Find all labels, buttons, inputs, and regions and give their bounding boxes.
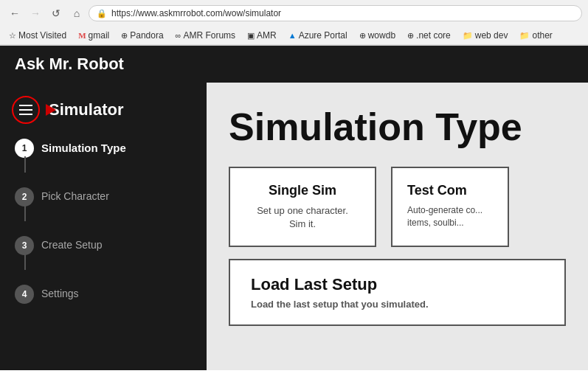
browser-chrome: ← → ↺ ⌂ 🔒 https://www.askmrrobot.com/wow…	[0, 0, 588, 46]
test-comp-title: Test Com	[407, 183, 493, 198]
step-label-1: Simulation Type	[41, 139, 126, 154]
content-title: Simulation Type	[229, 105, 566, 149]
bookmark-label: Azure Portal	[299, 30, 347, 41]
back-button[interactable]: ←	[6, 4, 24, 22]
step-number-3: 3	[15, 236, 34, 255]
home-button[interactable]: ⌂	[68, 4, 86, 22]
step-2[interactable]: 2 Pick Character	[15, 180, 195, 214]
bookmark-gmail[interactable]: M gmail	[75, 29, 112, 42]
sidebar: Simulator 1 Simulation Type 2 Pick Chara…	[0, 83, 207, 370]
load-setup-title: Load Last Setup	[251, 275, 544, 294]
other-icon: 📁	[519, 31, 530, 41]
sim-cards-row: Single Sim Set up one character.Sim it. …	[229, 167, 566, 247]
bookmark-label: AMR	[257, 30, 277, 41]
bookmark-label: .net core	[416, 30, 451, 41]
arrow-indicator	[46, 104, 56, 116]
step-4[interactable]: 4 Settings	[15, 277, 195, 311]
forward-button[interactable]: →	[27, 4, 44, 22]
step-number-2: 2	[15, 187, 34, 206]
bookmark-wowdb[interactable]: ⊕ wowdb	[356, 29, 398, 42]
load-last-setup-card[interactable]: Load Last Setup Load the last setup that…	[229, 259, 566, 326]
bookmark-other[interactable]: 📁 other	[516, 29, 555, 42]
single-sim-desc: Set up one character.Sim it.	[251, 204, 354, 231]
step-label-3: Create Setup	[41, 236, 103, 251]
step-number-4: 4	[15, 285, 34, 304]
bookmark-label: web dev	[475, 30, 508, 41]
hamburger-button[interactable]	[12, 96, 40, 124]
url-text: https://www.askmrrobot.com/wow/simulator	[111, 8, 281, 18]
test-comp-card[interactable]: Test Com Auto-generate co...items, soulb…	[391, 167, 509, 247]
bookmark-web-dev[interactable]: 📁 web dev	[460, 29, 511, 42]
bookmark-label: wowdb	[368, 30, 395, 41]
single-sim-card[interactable]: Single Sim Set up one character.Sim it.	[229, 167, 376, 247]
bookmark-most-visited[interactable]: ☆ Most Visited	[6, 29, 69, 42]
single-sim-title: Single Sim	[251, 183, 354, 198]
load-setup-desc: Load the last setup that you simulated.	[251, 299, 544, 310]
bookmark-label: other	[532, 30, 552, 41]
net-core-icon: ⊕	[407, 31, 414, 41]
bookmarks-bar: ☆ Most Visited M gmail ⊕ Pandora ∞ AMR F…	[0, 27, 588, 45]
step-label-4: Settings	[41, 285, 79, 299]
test-comp-desc: Auto-generate co...items, soulbi...	[407, 204, 493, 229]
bookmark-label: gmail	[89, 30, 110, 41]
hamburger-line-2	[19, 109, 32, 111]
step-1[interactable]: 1 Simulation Type	[15, 131, 195, 165]
wowdb-icon: ⊕	[359, 31, 366, 41]
bookmark-label: Pandora	[130, 30, 163, 41]
address-bar[interactable]: 🔒 https://www.askmrrobot.com/wow/simulat…	[89, 5, 582, 21]
bookmark-pandora[interactable]: ⊕ Pandora	[118, 29, 166, 42]
bookmark-label: Most Visited	[18, 30, 66, 41]
web-dev-icon: 📁	[463, 31, 473, 41]
sidebar-header: Simulator	[0, 83, 207, 131]
step-number-1: 1	[15, 139, 34, 158]
gmail-icon: M	[78, 31, 86, 40]
bookmark-azure[interactable]: ▲ Azure Portal	[286, 29, 350, 42]
pandora-icon: ⊕	[121, 31, 128, 41]
hamburger-line-3	[19, 114, 32, 115]
azure-icon: ▲	[288, 31, 297, 40]
app-header: Ask Mr. Robot	[0, 46, 588, 83]
amr-icon: ▣	[247, 31, 255, 41]
sidebar-steps: 1 Simulation Type 2 Pick Character 3 Cre…	[0, 131, 207, 311]
bookmark-amr[interactable]: ▣ AMR	[244, 29, 280, 42]
security-icon: 🔒	[97, 9, 107, 18]
star-icon: ☆	[9, 31, 16, 41]
sidebar-title: Simulator	[49, 100, 123, 119]
app-title: Ask Mr. Robot	[15, 55, 124, 73]
main-layout: Simulator 1 Simulation Type 2 Pick Chara…	[0, 83, 588, 370]
hamburger-line-1	[19, 105, 32, 106]
step-3[interactable]: 3 Create Setup	[15, 229, 195, 263]
amr-forums-icon: ∞	[176, 31, 181, 40]
bookmark-net-core[interactable]: ⊕ .net core	[404, 29, 454, 42]
content-area: Simulation Type Single Sim Set up one ch…	[207, 83, 588, 370]
bookmark-amr-forums[interactable]: ∞ AMR Forums	[173, 29, 239, 42]
bookmark-label: AMR Forums	[183, 30, 235, 41]
step-label-2: Pick Character	[41, 187, 109, 202]
reload-button[interactable]: ↺	[47, 4, 65, 22]
nav-bar: ← → ↺ ⌂ 🔒 https://www.askmrrobot.com/wow…	[0, 0, 588, 27]
